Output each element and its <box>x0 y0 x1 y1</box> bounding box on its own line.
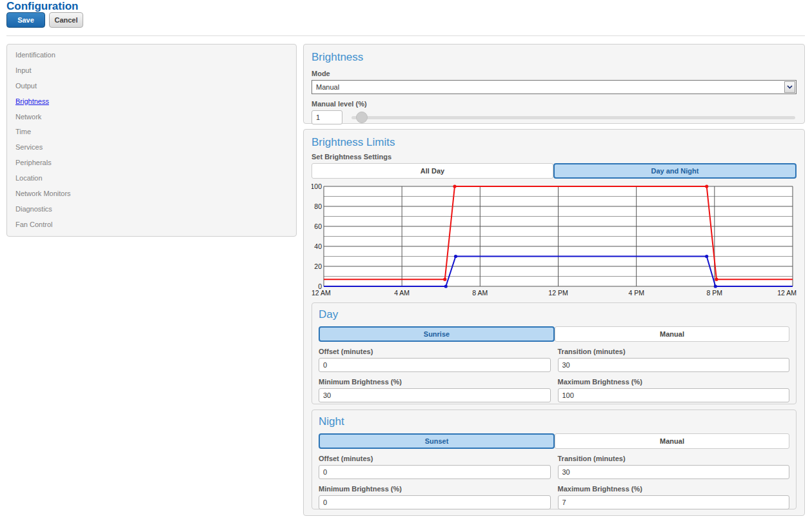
cancel-button[interactable]: Cancel <box>49 12 83 28</box>
day-transition-input[interactable] <box>558 358 790 372</box>
svg-text:60: 60 <box>314 222 322 230</box>
day-min-brightness-input[interactable] <box>319 388 551 402</box>
night-max-brightness-input[interactable] <box>558 495 790 509</box>
day-max-brightness-label: Maximum Brightness (%) <box>558 378 790 386</box>
sidebar-item-diagnostics[interactable]: Diagnostics <box>7 202 296 217</box>
sidebar-item-input[interactable]: Input <box>7 63 296 79</box>
sidebar-item-network[interactable]: Network <box>7 110 296 125</box>
svg-text:100: 100 <box>312 183 322 190</box>
chart-canvas: 12 AM4 AM8 AM12 PM4 PM8 PM12 AM020406080… <box>312 183 797 299</box>
svg-text:4 PM: 4 PM <box>628 289 644 297</box>
sidebar-item-peripherals[interactable]: Peripherals <box>7 155 296 171</box>
svg-text:8 AM: 8 AM <box>472 289 488 297</box>
svg-text:0: 0 <box>318 282 322 290</box>
night-min-brightness-label: Minimum Brightness (%) <box>319 485 551 493</box>
night-offset-label: Offset (minutes) <box>319 455 551 462</box>
svg-text:12 PM: 12 PM <box>548 289 568 297</box>
svg-text:12 AM: 12 AM <box>777 289 797 297</box>
schedule-mode-toggle-group: All Day Day and Night <box>312 163 797 179</box>
header-divider <box>6 35 805 36</box>
mode-label: Mode <box>312 70 797 77</box>
day-panel: Day Sunrise Manual Offset (minutes) Tran… <box>312 302 797 404</box>
brightness-limits-panel: Brightness Limits Set Brightness Setting… <box>303 129 805 516</box>
svg-text:80: 80 <box>314 202 322 210</box>
sunset-toggle[interactable]: Sunset <box>319 433 555 449</box>
night-mode-toggle-group: Sunset Manual <box>319 433 789 449</box>
night-manual-toggle[interactable]: Manual <box>555 433 789 449</box>
manual-level-slider[interactable] <box>352 112 797 123</box>
svg-text:8 PM: 8 PM <box>707 289 723 297</box>
brightness-limits-title: Brightness Limits <box>312 136 797 149</box>
night-panel: Night Sunset Manual Offset (minutes) Tra… <box>312 410 797 509</box>
day-offset-label: Offset (minutes) <box>319 348 551 355</box>
day-offset-input[interactable] <box>319 358 551 372</box>
sidebar-item-fan-control[interactable]: Fan Control <box>7 217 296 233</box>
set-brightness-settings-label: Set Brightness Settings <box>312 153 797 161</box>
sidebar-item-identification[interactable]: Identification <box>7 48 296 63</box>
svg-text:20: 20 <box>314 262 322 270</box>
config-nav-sidebar: IdentificationInputOutputBrightnessNetwo… <box>6 44 297 237</box>
sidebar-item-time[interactable]: Time <box>7 124 296 140</box>
night-transition-input[interactable] <box>558 465 790 479</box>
brightness-panel: Brightness Mode Manual Manual level (%) <box>303 44 805 124</box>
manual-level-label: Manual level (%) <box>312 100 797 108</box>
sidebar-item-location[interactable]: Location <box>7 171 296 186</box>
sidebar-item-network-monitors[interactable]: Network Monitors <box>7 186 296 202</box>
all-day-toggle[interactable]: All Day <box>312 163 553 179</box>
svg-text:12 AM: 12 AM <box>312 289 331 297</box>
night-panel-title: Night <box>319 415 789 428</box>
sidebar-item-services[interactable]: Services <box>7 140 296 155</box>
manual-level-input[interactable] <box>312 110 342 124</box>
chevron-down-icon[interactable] <box>784 81 795 93</box>
slider-thumb[interactable] <box>356 112 368 123</box>
brightness-panel-title: Brightness <box>312 51 797 64</box>
day-manual-toggle[interactable]: Manual <box>555 326 789 342</box>
day-max-brightness-input[interactable] <box>558 388 790 402</box>
mode-select[interactable]: Manual <box>312 80 797 94</box>
sunrise-toggle[interactable]: Sunrise <box>319 326 555 342</box>
slider-track[interactable] <box>352 116 795 119</box>
night-min-brightness-input[interactable] <box>319 495 551 509</box>
day-transition-label: Transition (minutes) <box>558 348 790 355</box>
day-min-brightness-label: Minimum Brightness (%) <box>319 378 551 386</box>
sidebar-item-brightness[interactable]: Brightness <box>7 94 296 110</box>
save-button[interactable]: Save <box>6 12 45 28</box>
day-and-night-toggle[interactable]: Day and Night <box>553 163 797 179</box>
svg-text:4 AM: 4 AM <box>394 289 410 297</box>
night-max-brightness-label: Maximum Brightness (%) <box>558 485 790 493</box>
day-mode-toggle-group: Sunrise Manual <box>319 326 789 342</box>
svg-text:40: 40 <box>314 242 322 250</box>
sidebar-item-output[interactable]: Output <box>7 79 296 94</box>
night-transition-label: Transition (minutes) <box>558 455 790 462</box>
brightness-schedule-chart: 12 AM4 AM8 AM12 PM4 PM8 PM12 AM020406080… <box>312 183 797 299</box>
day-panel-title: Day <box>319 308 789 321</box>
mode-select-value: Manual <box>316 83 339 91</box>
night-offset-input[interactable] <box>319 465 551 479</box>
page-title: Configuration <box>6 0 78 13</box>
